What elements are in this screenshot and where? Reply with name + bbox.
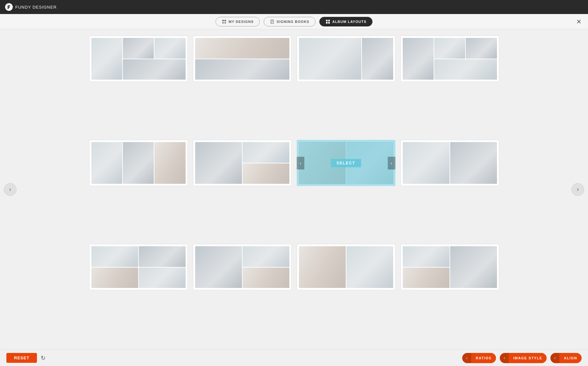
image-style-pill[interactable]: ‹ IMAGE STYLE — [500, 353, 547, 363]
ratios-label: RATIOS — [471, 356, 496, 360]
align-chevron: ‹ — [550, 353, 559, 363]
image-style-chevron: ‹ — [500, 353, 509, 363]
layout-card-1[interactable] — [89, 36, 188, 82]
logo-icon — [5, 3, 13, 11]
logo: FUNDY DESIGNER — [5, 3, 57, 11]
svg-rect-1 — [328, 20, 330, 21]
tab-my-designs-label: MY DESIGNS — [229, 20, 254, 24]
ratios-pill[interactable]: ‹ RATIOS — [462, 353, 496, 363]
layout-card-9[interactable] — [89, 244, 188, 290]
ratios-chevron: ‹ — [462, 353, 471, 363]
layout-card-10[interactable] — [193, 244, 292, 290]
footer: RESET ↻ ‹ RATIOS ‹ IMAGE STYLE ‹ ALIGN — [0, 349, 588, 366]
svg-rect-2 — [326, 22, 328, 24]
layout-card-5[interactable] — [89, 140, 188, 186]
layout-card-4[interactable] — [400, 36, 499, 82]
outer-nav-right[interactable]: › — [571, 183, 584, 196]
layout-card-12[interactable] — [400, 244, 499, 290]
select-label[interactable]: SELECT — [331, 159, 361, 167]
image-style-label: IMAGE STYLE — [509, 356, 547, 360]
grid-row-3 — [19, 244, 569, 343]
app-name: FUNDY DESIGNER — [15, 5, 57, 10]
refresh-icon[interactable]: ↻ — [41, 355, 46, 362]
align-pill[interactable]: ‹ ALIGN — [550, 353, 582, 363]
tab-my-designs[interactable]: MY DESIGNS — [216, 17, 260, 26]
card-nav-right[interactable]: › — [388, 157, 395, 169]
reset-button[interactable]: RESET — [6, 353, 37, 363]
nav-bar: MY DESIGNS SIGNING BOOKS ALBUM LAYOUTS ✕ — [0, 14, 588, 29]
layout-card-11[interactable] — [297, 244, 395, 290]
tab-signing-books-label: SIGNING BOOKS — [277, 20, 309, 24]
grid-row-1 — [19, 36, 569, 135]
svg-rect-0 — [326, 20, 328, 21]
header: FUNDY DESIGNER — [0, 0, 588, 14]
tab-signing-books[interactable]: SIGNING BOOKS — [264, 17, 315, 26]
outer-nav-left[interactable]: ‹ — [4, 183, 17, 196]
tab-album-layouts-label: ALBUM LAYOUTS — [332, 20, 366, 24]
layout-card-2[interactable] — [193, 36, 292, 82]
align-label: ALIGN — [559, 356, 582, 360]
layout-card-7-selected[interactable]: ‹ SELECT › — [297, 140, 395, 186]
layout-card-3[interactable] — [297, 36, 395, 82]
layout-card-8[interactable] — [400, 140, 499, 186]
grid-row-2: ‹ SELECT › — [19, 140, 569, 239]
close-button[interactable]: ✕ — [576, 18, 582, 25]
main-content: ‹ › — [0, 29, 588, 349]
layout-card-6[interactable] — [193, 140, 292, 186]
svg-rect-3 — [328, 22, 330, 24]
tab-album-layouts[interactable]: ALBUM LAYOUTS — [319, 17, 372, 26]
card-nav-left[interactable]: ‹ — [297, 157, 304, 169]
